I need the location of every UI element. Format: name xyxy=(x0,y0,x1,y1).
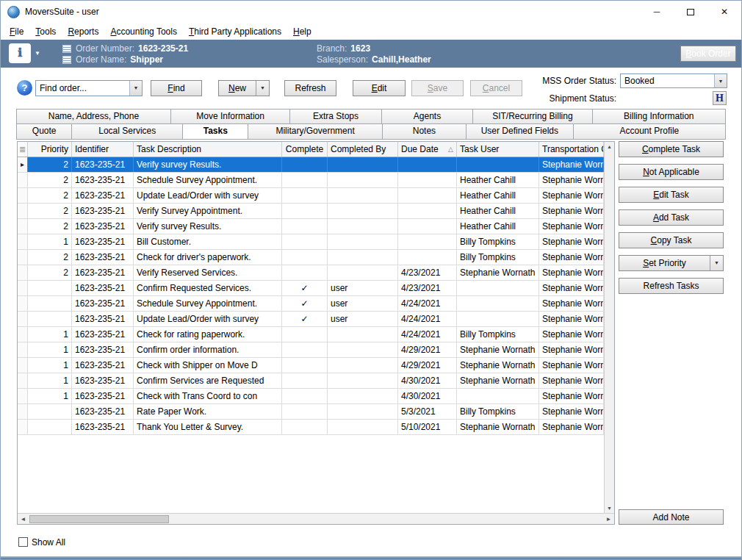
new-dropdown-icon[interactable]: ▼ xyxy=(256,81,269,96)
find-order-combo[interactable]: Find order... ▼ xyxy=(35,80,143,96)
cell-identifier[interactable]: 1623-235-21 xyxy=(72,296,134,311)
cell-identifier[interactable]: 1623-235-21 xyxy=(72,373,134,388)
find-button[interactable]: Find xyxy=(151,80,202,96)
cell-task-user[interactable] xyxy=(457,157,539,172)
menu-accounting-tools[interactable]: Accounting Tools xyxy=(104,24,183,39)
cell-completed-by[interactable] xyxy=(328,234,398,249)
cell-complete[interactable] xyxy=(282,157,328,172)
cell-due-date[interactable]: 4/24/2021 xyxy=(398,312,457,326)
cell-identifier[interactable]: 1623-235-21 xyxy=(72,250,134,265)
task-row[interactable]: 21623-235-21Verify Survey Appointment.He… xyxy=(18,204,604,219)
cell-description[interactable]: Bill Customer. xyxy=(134,234,282,249)
cell-identifier[interactable]: 1623-235-21 xyxy=(72,204,134,218)
mss-status-dropdown-icon[interactable]: ▼ xyxy=(714,74,727,87)
cell-completed-by[interactable] xyxy=(328,265,398,280)
cell-task-user[interactable]: Stephanie Wornath xyxy=(457,342,539,357)
cell-complete[interactable] xyxy=(282,265,328,280)
cell-task-user[interactable]: Billy Tompkins xyxy=(457,250,539,265)
cell-priority[interactable] xyxy=(28,404,72,419)
task-row[interactable]: 1623-235-21Update Lead/Order with survey… xyxy=(18,312,604,327)
cell-priority[interactable]: 1 xyxy=(28,389,72,403)
cell-transportation-co[interactable]: Stephanie Wornat xyxy=(539,296,604,311)
cell-identifier[interactable]: 1623-235-21 xyxy=(72,389,134,403)
cell-completed-by[interactable]: user xyxy=(328,281,398,295)
cell-identifier[interactable]: 1623-235-21 xyxy=(72,312,134,326)
horizontal-scrollbar[interactable]: ◄ ► xyxy=(18,513,614,524)
cell-completed-by[interactable] xyxy=(328,358,398,373)
cell-due-date[interactable] xyxy=(398,157,457,172)
cell-priority[interactable]: 1 xyxy=(28,234,72,249)
close-button[interactable]: ✕ xyxy=(707,1,741,23)
set-priority-dropdown-icon[interactable]: ▼ xyxy=(710,256,723,270)
cell-identifier[interactable]: 1623-235-21 xyxy=(72,265,134,280)
edit-button[interactable]: Edit xyxy=(353,80,406,96)
tab-extra-stops[interactable]: Extra Stops xyxy=(290,109,381,124)
cell-completed-by[interactable] xyxy=(328,157,398,172)
row-selector[interactable] xyxy=(18,234,28,249)
cell-transportation-co[interactable]: Stephanie Wornat xyxy=(539,250,604,265)
cell-priority[interactable]: 1 xyxy=(28,373,72,388)
row-selector[interactable] xyxy=(18,281,28,295)
cell-description[interactable]: Check with Shipper on Move D xyxy=(134,358,282,373)
cell-description[interactable]: Verify Reserved Services. xyxy=(134,265,282,280)
cell-description[interactable]: Verify Survey Appointment. xyxy=(134,204,282,218)
cell-task-user[interactable] xyxy=(457,389,539,403)
cell-task-user[interactable]: Stephanie Wornath xyxy=(457,265,539,280)
row-selector[interactable] xyxy=(18,219,28,234)
cell-transportation-co[interactable]: Stephanie Wornat xyxy=(539,389,604,403)
row-selector[interactable] xyxy=(18,188,28,203)
cell-complete[interactable] xyxy=(282,358,328,373)
cell-task-user[interactable]: Heather Cahill xyxy=(457,219,539,234)
cell-due-date[interactable] xyxy=(398,173,457,187)
row-selector[interactable] xyxy=(18,358,28,373)
cell-description[interactable]: Confirm order information. xyxy=(134,342,282,357)
cell-priority[interactable]: 1 xyxy=(28,327,72,342)
tab-local-services[interactable]: Local Services xyxy=(72,124,183,140)
cell-due-date[interactable] xyxy=(398,234,457,249)
cell-completed-by[interactable] xyxy=(328,204,398,218)
row-selector-header[interactable]: ≣ xyxy=(18,142,28,157)
minimize-button[interactable]: ─ xyxy=(640,1,674,23)
menu-file[interactable]: File xyxy=(4,24,29,39)
cell-complete[interactable] xyxy=(282,250,328,265)
task-row[interactable]: 21623-235-21Check for driver's paperwork… xyxy=(18,250,604,265)
cell-task-user[interactable]: Heather Cahill xyxy=(457,204,539,218)
cell-due-date[interactable] xyxy=(398,219,457,234)
cell-completed-by[interactable] xyxy=(328,173,398,187)
column-header-identifier[interactable]: Identifier xyxy=(72,142,134,157)
tab-name-address-phone[interactable]: Name, Address, Phone xyxy=(16,109,171,124)
scroll-left-icon[interactable]: ◄ xyxy=(18,516,29,523)
cell-transportation-co[interactable]: Stephanie Wornat xyxy=(539,173,604,187)
cell-due-date[interactable]: 4/29/2021 xyxy=(398,342,457,357)
cell-transportation-co[interactable]: Stephanie Wornat xyxy=(539,342,604,357)
cell-priority[interactable]: 1 xyxy=(28,342,72,357)
tab-account-profile[interactable]: Account Profile xyxy=(574,124,726,140)
task-row[interactable]: 21623-235-21Update Lead/Order with surve… xyxy=(18,188,604,204)
cell-completed-by[interactable] xyxy=(328,373,398,388)
not-applicable-button[interactable]: Not Applicable xyxy=(619,164,724,180)
task-row[interactable]: ▸21623-235-21Verify survey Results.Steph… xyxy=(18,157,604,173)
cell-identifier[interactable]: 1623-235-21 xyxy=(72,157,134,172)
column-header-description[interactable]: Task Description xyxy=(134,142,282,157)
task-row[interactable]: 21623-235-21Verify survey Results.Heathe… xyxy=(18,219,604,234)
cell-priority[interactable]: 2 xyxy=(28,265,72,280)
cell-identifier[interactable]: 1623-235-21 xyxy=(72,404,134,419)
complete-task-button[interactable]: Complete Task xyxy=(619,141,724,157)
column-header-complete[interactable]: Complete xyxy=(282,142,328,157)
refresh-tasks-button[interactable]: Refresh Tasks xyxy=(619,278,724,294)
cell-description[interactable]: Verify survey Results. xyxy=(134,219,282,234)
cell-priority[interactable]: 2 xyxy=(28,173,72,187)
task-row[interactable]: 11623-235-21Bill Customer.Billy Tompkins… xyxy=(18,234,604,250)
vertical-scrollbar[interactable]: ▲ ▼ xyxy=(604,142,614,513)
cell-complete[interactable] xyxy=(282,342,328,357)
row-selector[interactable] xyxy=(18,296,28,311)
row-selector[interactable] xyxy=(18,404,28,419)
set-priority-button[interactable]: Set Priority ▼ xyxy=(619,255,724,271)
show-all-checkbox[interactable] xyxy=(18,537,28,547)
cell-due-date[interactable]: 4/29/2021 xyxy=(398,358,457,373)
task-row[interactable]: 11623-235-21Check with Trans Coord to co… xyxy=(18,389,604,404)
cell-priority[interactable] xyxy=(28,420,72,434)
cell-task-user[interactable]: Stephanie Wornath xyxy=(457,358,539,373)
tab-move-information[interactable]: Move Information xyxy=(171,109,290,124)
cell-complete[interactable] xyxy=(282,173,328,187)
